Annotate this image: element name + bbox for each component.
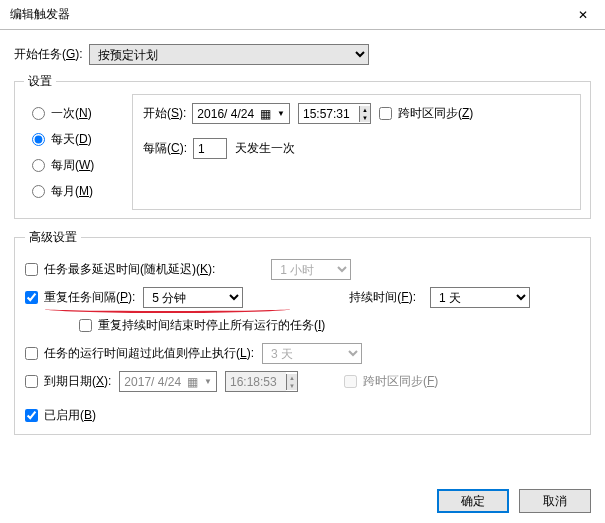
radio-daily[interactable]: 每天(D) — [32, 126, 116, 152]
window-title: 编辑触发器 — [10, 6, 560, 23]
stopall-checkbox[interactable]: 重复持续时间结束时停止所有运行的任务(I) — [79, 317, 325, 334]
calendar-icon: ▦ — [187, 375, 198, 389]
expire-time-input — [226, 372, 286, 391]
dialog-content: 开始任务(G): 按预定计划 设置 一次(N) 每天(D) 每周(W) 每月(M… — [0, 30, 605, 435]
close-button[interactable]: ✕ — [560, 0, 605, 30]
radio-weekly-input[interactable] — [32, 159, 45, 172]
repeat-input[interactable] — [25, 291, 38, 304]
expire-checkbox[interactable]: 到期日期(X): — [25, 373, 111, 390]
radio-monthly[interactable]: 每月(M) — [32, 178, 116, 204]
radio-weekly[interactable]: 每周(W) — [32, 152, 116, 178]
schedule-radios: 一次(N) 每天(D) 每周(W) 每月(M) — [24, 94, 120, 210]
radio-once[interactable]: 一次(N) — [32, 100, 116, 126]
start-date-value: 2016/ 4/24 — [197, 107, 254, 121]
expire-date-value: 2017/ 4/24 — [124, 375, 181, 389]
spin-up-icon: ▲ — [286, 374, 297, 382]
duration-combo[interactable]: 1 天 — [430, 287, 530, 308]
expire-input[interactable] — [25, 375, 38, 388]
start-time-input[interactable] — [299, 104, 359, 123]
stopall-input[interactable] — [79, 319, 92, 332]
start-task-select[interactable]: 按预定计划 — [89, 44, 369, 65]
stopafter-checkbox[interactable]: 任务的运行时间超过此值则停止执行(L): — [25, 345, 254, 362]
settings-legend: 设置 — [24, 73, 56, 90]
interval-suffix: 天发生一次 — [235, 140, 295, 157]
chevron-down-icon: ▼ — [204, 377, 212, 386]
dialog-footer: 确定 取消 — [437, 489, 591, 513]
enabled-checkbox[interactable]: 已启用(B) — [25, 407, 96, 424]
repeat-combo[interactable]: 5 分钟 — [143, 287, 243, 308]
ok-button[interactable]: 确定 — [437, 489, 509, 513]
start-time-spinner[interactable]: ▲▼ — [298, 103, 371, 124]
delay-checkbox[interactable]: 任务最多延迟时间(随机延迟)(K): — [25, 261, 215, 278]
radio-monthly-input[interactable] — [32, 185, 45, 198]
start-task-label: 开始任务(G): — [14, 46, 83, 63]
interval-input[interactable] — [193, 138, 227, 159]
tz-sync-checkbox[interactable]: 跨时区同步(Z) — [379, 105, 473, 122]
stopafter-combo: 3 天 — [262, 343, 362, 364]
cancel-button[interactable]: 取消 — [519, 489, 591, 513]
spin-up-icon[interactable]: ▲ — [359, 106, 370, 114]
delay-input[interactable] — [25, 263, 38, 276]
repeat-checkbox[interactable]: 重复任务间隔(P): — [25, 289, 135, 306]
radio-daily-input[interactable] — [32, 133, 45, 146]
expire-time-spinner: ▲▼ — [225, 371, 298, 392]
titlebar: 编辑触发器 ✕ — [0, 0, 605, 30]
duration-label: 持续时间(F): — [349, 289, 416, 306]
advanced-legend: 高级设置 — [25, 229, 81, 246]
start-date-picker[interactable]: 2016/ 4/24 ▦▼ — [192, 103, 290, 124]
enabled-input[interactable] — [25, 409, 38, 422]
start-task-row: 开始任务(G): 按预定计划 — [14, 44, 591, 65]
spin-down-icon[interactable]: ▼ — [359, 114, 370, 122]
chevron-down-icon: ▼ — [277, 109, 285, 118]
delay-combo: 1 小时 — [271, 259, 351, 280]
start-panel: 开始(S): 2016/ 4/24 ▦▼ ▲▼ 跨时区同步(Z) — [132, 94, 581, 210]
interval-label: 每隔(C): — [143, 140, 187, 157]
start-label: 开始(S): — [143, 105, 186, 122]
calendar-icon: ▦ — [260, 107, 271, 121]
close-icon: ✕ — [578, 8, 588, 22]
expire-tz-input — [344, 375, 357, 388]
radio-once-input[interactable] — [32, 107, 45, 120]
tz-sync-input[interactable] — [379, 107, 392, 120]
expire-date-picker: 2017/ 4/24 ▦▼ — [119, 371, 217, 392]
expire-tz-checkbox: 跨时区同步(F) — [344, 373, 438, 390]
advanced-group-wrap: 高级设置 任务最多延迟时间(随机延迟)(K): 1 小时 重复任务间隔(P): … — [14, 229, 591, 435]
spin-down-icon: ▼ — [286, 382, 297, 390]
stopafter-input[interactable] — [25, 347, 38, 360]
settings-group: 设置 一次(N) 每天(D) 每周(W) 每月(M) 开始(S): 2016/ … — [14, 73, 591, 219]
advanced-group: 高级设置 任务最多延迟时间(随机延迟)(K): 1 小时 重复任务间隔(P): … — [14, 229, 591, 435]
